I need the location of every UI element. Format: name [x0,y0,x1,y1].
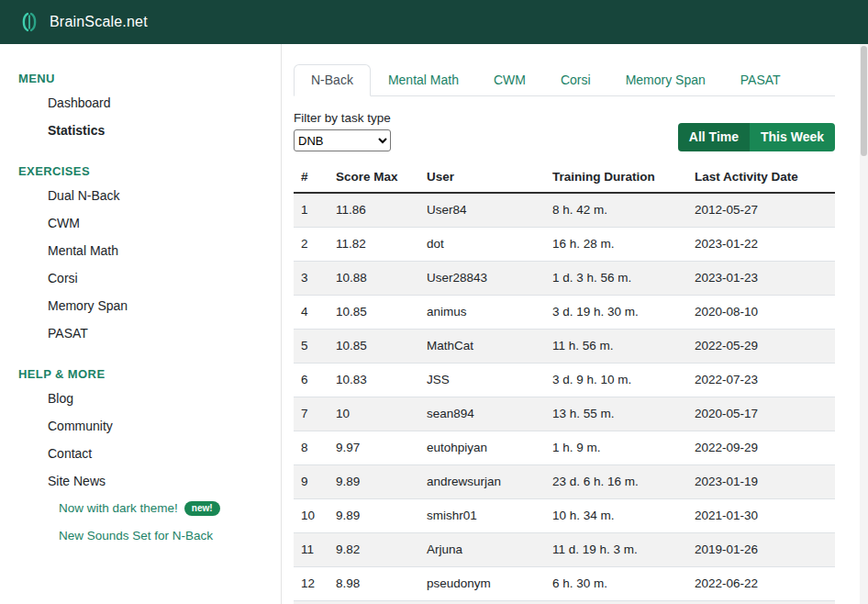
table-cell: 2020-08-10 [687,296,835,330]
table-cell: smishr01 [419,499,545,533]
range-buttons: All TimeThis Week [678,123,835,151]
sidebar-item-blog[interactable]: Blog [0,385,281,412]
table-cell: JSS [419,364,545,397]
sidebar-item-cwm[interactable]: CWM [0,209,281,237]
sidebar-item-dashboard[interactable]: Dashboard [0,89,281,117]
table-cell: 2020-05-17 [687,397,835,431]
table-cell: 10.85 [328,330,419,364]
sidebar-item-mental-math[interactable]: Mental Math [0,237,281,264]
table-cell: 11.86 [328,193,419,228]
table-cell: pseudonym [419,567,545,601]
table-cell: animus [419,296,545,330]
table-cell: 8 h. 42 m. [545,193,687,228]
scrollbar-thumb[interactable] [861,46,867,156]
column-header-score-max: Score Max [328,164,419,193]
sidebar-item-label: Community [48,419,113,433]
sidebar-item-contact[interactable]: Contact [0,440,281,467]
table-cell: 2023-01-23 [687,262,835,296]
sidebar-item-label: Statistics [48,123,105,138]
leaderboard-table: #Score MaxUserTraining DurationLast Acti… [294,164,835,604]
sidebar-item-new-sounds-set-for-n-back[interactable]: New Sounds Set for N-Back [0,522,281,549]
all-time-button[interactable]: All Time [678,123,750,151]
table-cell: 8 [294,431,328,465]
sidebar-item-now-with-dark-theme[interactable]: Now with dark theme!new! [0,495,281,522]
table-cell: MathCat [419,330,545,364]
table-cell: 16 h. 28 m. [545,228,687,262]
sidebar-item-dual-n-back[interactable]: Dual N-Back [0,182,281,209]
table-cell: 2023-01-19 [687,465,835,499]
sidebar-item-community[interactable]: Community [0,412,281,440]
sidebar-item-corsi[interactable]: Corsi [0,264,281,292]
filter-group: Filter by task type DNB [294,111,391,151]
sidebar-item-label: Corsi [48,271,78,285]
sidebar-item-label: PASAT [48,326,88,341]
table-cell: 1 d. 3 h. 56 m. [545,262,687,296]
table-cell: 3 d. 9 h. 10 m. [545,364,687,397]
sidebar-nav: MENUDashboardStatisticsEXERCISESDual N-B… [0,44,282,604]
scrollbar[interactable] [860,44,868,604]
table-cell: 1 h. 9 m. [545,431,687,465]
sidebar-item-label: Mental Math [48,243,118,258]
tab-mental-math[interactable]: Mental Math [371,64,476,96]
sidebar-item-label: Now with dark theme! [59,501,178,515]
tab-pasat[interactable]: PASAT [723,64,798,96]
table-cell: 11 d. 19 h. 3 m. [545,533,687,567]
table-row: 111.86User848 h. 42 m.2012-05-27 [294,193,835,228]
table-cell: 9.97 [328,431,419,465]
tab-n-back[interactable]: N-Back [294,64,371,96]
table-cell: 2021-01-30 [687,499,835,533]
sidebar-item-memory-span[interactable]: Memory Span [0,292,281,319]
table-cell: 2022-05-29 [687,330,835,364]
tab-bar: N-BackMental MathCWMCorsiMemory SpanPASA… [294,64,835,96]
sidebar-section-menu: MENU [0,72,281,89]
table-cell: 2022-09-29 [687,431,835,465]
table-cell: arhx [419,601,545,604]
table-cell: 10.85 [328,296,419,330]
table-body: 111.86User848 h. 42 m.2012-05-27211.82do… [294,193,835,604]
tab-memory-span[interactable]: Memory Span [608,64,723,96]
task-type-select[interactable]: DNB [294,129,391,151]
table-cell: eutohpiyan [419,431,545,465]
table-cell: 8.98 [328,567,419,601]
table-cell: 8.94 [328,601,419,604]
table-cell: andrewsurjan [419,465,545,499]
sidebar-item-statistics[interactable]: Statistics [0,117,281,144]
table-cell: 11 [294,533,328,567]
table-cell: 23 d. 6 h. 16 m. [545,465,687,499]
table-cell: 1 d. 15 h. 41 m. [545,601,687,604]
filter-label: Filter by task type [294,111,391,125]
tab-cwm[interactable]: CWM [476,64,543,96]
table-row: 138.94arhx1 d. 15 h. 41 m.2014-11-17 [294,601,835,604]
main-content: N-BackMental MathCWMCorsiMemory SpanPASA… [283,44,868,604]
brand-logo-icon [18,10,40,34]
column-header-training-duration: Training Duration [545,164,687,193]
tab-corsi[interactable]: Corsi [543,64,608,96]
table-cell: 3 [294,262,328,296]
sidebar-item-site-news[interactable]: Site News [0,467,281,495]
table-cell: 6 h. 30 m. [545,567,687,601]
table-cell: 11 h. 56 m. [545,330,687,364]
table-cell: 4 [294,296,328,330]
table-cell: 9.82 [328,533,419,567]
filter-row: Filter by task type DNB All TimeThis Wee… [294,111,835,151]
sidebar-item-label: CWM [48,216,80,230]
this-week-button[interactable]: This Week [750,123,835,151]
table-cell: 12 [294,567,328,601]
brand-name[interactable]: BrainScale.net [50,14,148,30]
sidebar-item-pasat[interactable]: PASAT [0,319,281,347]
sidebar-item-label: Memory Span [48,298,128,313]
table-row: 119.82Arjuna11 d. 19 h. 3 m.2019-01-26 [294,533,835,567]
table-row: 109.89smishr0110 h. 34 m.2021-01-30 [294,499,835,533]
table-cell: 9 [294,465,328,499]
column-header-last-activity-date: Last Activity Date [687,164,835,193]
table-cell: 10 h. 34 m. [545,499,687,533]
table-row: 510.85MathCat11 h. 56 m.2022-05-29 [294,330,835,364]
table-cell: 9.89 [328,465,419,499]
table-row: 310.88User288431 d. 3 h. 56 m.2023-01-23 [294,262,835,296]
sidebar-item-label: New Sounds Set for N-Back [59,529,213,542]
sidebar-item-label: Site News [48,474,106,488]
table-cell: Arjuna [419,533,545,567]
table-cell: 2023-01-22 [687,228,835,262]
sidebar-section-exercises: EXERCISES [0,164,281,182]
table-cell: 1 [294,193,328,228]
